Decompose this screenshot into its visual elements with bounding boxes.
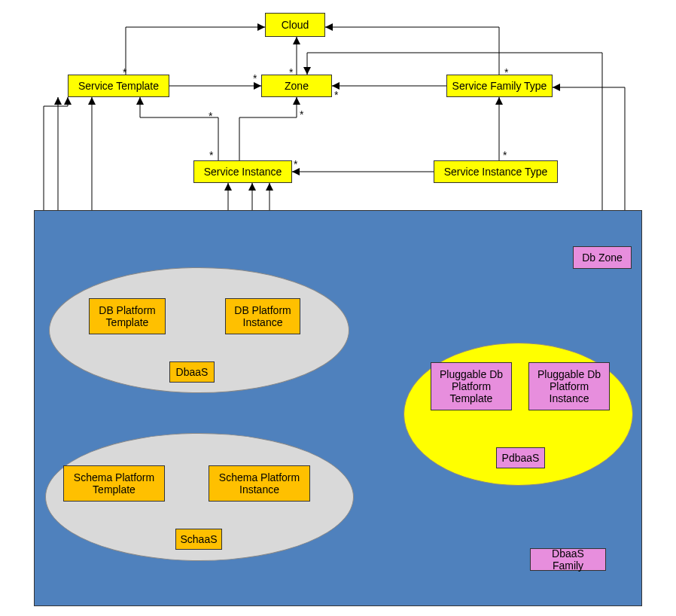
node-service-family-type: Service Family Type [446,75,553,97]
mult-si-st: * [209,149,213,161]
node-service-instance-type: Service Instance Type [434,160,558,183]
node-pluggable-db-platform-template: Pluggable Db Platform Template [431,362,512,410]
node-pluggable-db-platform-instance: Pluggable Db Platform Instance [528,362,610,410]
mult-sit-si: * [294,158,297,170]
label-pdbaas: PdbaaS [496,447,545,468]
node-db-platform-template: DB Platform Template [89,298,166,334]
label-schaas: SchaaS [175,529,222,550]
node-cloud: Cloud [265,13,325,37]
node-schema-platform-template: Schema Platform Template [63,465,165,502]
node-service-instance: Service Instance [193,160,292,183]
label-dbaas-family: DbaaS Family [530,548,606,571]
mult-st-zone: * [253,72,257,84]
label-dbaas: DbaaS [169,361,215,383]
node-service-template: Service Template [68,75,169,97]
mult-si-zone: * [300,108,303,120]
mult-sit-sft: * [503,149,507,161]
node-schema-platform-instance: Schema Platform Instance [209,465,310,502]
mult-st-si: * [209,110,212,122]
node-zone: Zone [261,75,332,97]
node-db-platform-instance: DB Platform Instance [225,298,300,334]
mult-sft-zone: * [334,89,338,101]
node-db-zone: Db Zone [573,246,632,269]
